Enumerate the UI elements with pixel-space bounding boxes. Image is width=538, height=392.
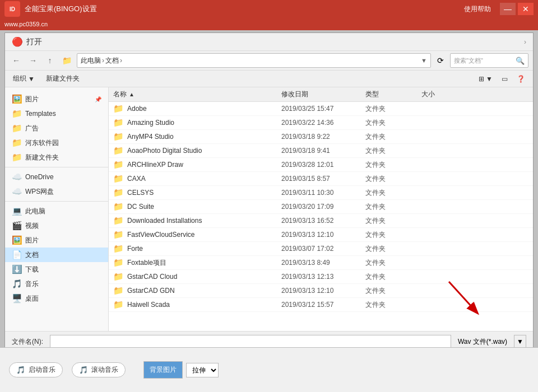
file-type-cell: 文件夹 [361,174,417,184]
table-row[interactable]: 📁 Downloaded Installations 2019/03/13 16… [109,214,533,228]
table-row[interactable]: 📁 Forte 2019/03/07 17:02 文件夹 [109,242,533,256]
column-size[interactable]: 大小 [417,90,462,99]
file-name-text: GstarCAD Cloud [127,273,177,281]
close-button[interactable]: ✕ [518,3,534,15]
file-name-cell: 📁 AoaoPhoto Digital Studio [109,146,277,156]
path-segment-2[interactable]: 文档 [105,56,119,66]
folder-icon: 📁 [113,132,124,142]
file-type-cell: 文件夹 [361,272,417,282]
search-icon[interactable]: 🔍 [516,57,525,65]
sidebar-item-templates[interactable]: 📁 Templates [5,106,108,121]
sidebar-item-pictures[interactable]: 🖼️ 图片 [5,233,108,248]
bg-image-controls: 背景图片 拉伸平铺居中填充 [143,361,219,379]
sidebar-item-this-pc[interactable]: 💻 此电脑 [5,204,108,218]
file-name-text: ARCHlineXP Draw [127,161,183,169]
sidebar-item-documents[interactable]: 📄 文档 [5,248,108,262]
bg-image-button[interactable]: 背景图片 [143,361,183,379]
file-date-cell: 2019/03/13 16:52 [277,217,361,225]
start-music-button[interactable]: 🎵 启动音乐 [9,362,63,377]
file-name-text: AoaoPhoto Digital Studio [127,147,202,155]
sidebar-item-label: 此电脑 [25,207,45,216]
file-name-cell: 📁 GstarCAD Cloud [109,272,277,282]
file-name-cell: 📁 Amazing Studio [109,118,277,128]
sidebar-item-label: 新建文件夹 [25,153,59,162]
sidebar-item-hedong[interactable]: 📁 河东软件园 [5,136,108,150]
up-button[interactable]: ↑ [43,54,57,67]
column-date[interactable]: 修改日期 [277,90,361,99]
sidebar-item-label: 广告 [25,124,39,133]
sidebar-item-music[interactable]: 🎵 音乐 [5,277,108,291]
back-button[interactable]: ← [10,54,23,67]
file-name-cell: 📁 FastViewCloudService [109,230,277,240]
column-type[interactable]: 类型 [361,90,417,99]
file-name-cell: 📁 DC Suite [109,202,277,212]
expand-button[interactable]: › [524,38,526,46]
table-row[interactable]: 📁 AoaoPhoto Digital Studio 2019/03/18 9:… [109,144,533,158]
view-list-button[interactable]: ▭ [498,74,511,84]
forward-button[interactable]: → [26,54,40,67]
table-row[interactable]: 📁 Haiwell Scada 2019/03/12 15:57 文件夹 [109,298,533,312]
file-name-text: Amazing Studio [127,119,174,127]
file-name-text: Adobe [127,105,147,113]
folder-icon: 📁 [113,202,124,212]
scroll-music-button[interactable]: 🎵 滚动音乐 [72,362,126,377]
filename-input[interactable] [50,335,451,348]
view-grid-button[interactable]: ⊞ ▼ [475,74,496,84]
sidebar-item-video[interactable]: 🎬 视频 [5,218,108,233]
sidebar-item-wps[interactable]: ☁️ WPS网盘 [5,184,108,199]
app-logo: ID [4,1,20,17]
table-row[interactable]: 📁 FastViewCloudService 2019/03/13 12:10 … [109,228,533,242]
table-row[interactable]: 📁 DC Suite 2019/03/20 17:09 文件夹 [109,200,533,214]
sidebar-item-desktop[interactable]: 🖥️ 桌面 [5,291,108,306]
sidebar-item-images[interactable]: 🖼️ 图片 📌 [5,92,108,106]
file-type-cell: 文件夹 [361,146,417,156]
table-row[interactable]: 📁 GstarCAD Cloud 2019/03/13 12:13 文件夹 [109,270,533,284]
organize-button[interactable]: 组织 ▼ [10,73,38,85]
file-date-cell: 2019/03/18 9:22 [277,133,361,141]
sidebar-item-label: Templates [25,110,56,118]
stretch-select[interactable]: 拉伸平铺居中填充 [186,363,219,377]
folder-icon: 📁 [113,104,124,114]
file-type-cell: 文件夹 [361,202,417,212]
minimize-button[interactable]: — [500,3,516,15]
help-button[interactable]: ❓ [513,74,528,84]
folder-icon-button[interactable]: 📁 [60,54,73,67]
sidebar-item-ad[interactable]: 📁 广告 [5,121,108,136]
table-row[interactable]: 📁 CELSYS 2019/03/11 10:30 文件夹 [109,186,533,200]
file-name-cell: 📁 CELSYS [109,188,277,198]
table-row[interactable]: 📁 GstarCAD GDN 2019/03/13 12:10 文件夹 [109,284,533,298]
this-pc-icon: 💻 [12,206,22,216]
new-folder-label: 新建文件夹 [46,74,80,83]
search-placeholder: 搜索"文档" [454,57,483,65]
table-row[interactable]: 📁 AnyMP4 Studio 2019/03/18 9:22 文件夹 [109,130,533,144]
sidebar-item-label: 文档 [25,250,39,260]
file-type-cell: 文件夹 [361,244,417,254]
table-row[interactable]: 📁 CAXA 2019/03/15 8:57 文件夹 [109,172,533,186]
file-type-cell: 文件夹 [361,230,417,240]
column-name[interactable]: 名称 ▲ [109,90,277,99]
file-name-cell: 📁 Forte [109,244,277,254]
new-folder-button[interactable]: 新建文件夹 [43,73,83,85]
sidebar-item-downloads[interactable]: ⬇️ 下载 [5,262,108,277]
refresh-button[interactable]: ⟳ [434,54,447,67]
table-row[interactable]: 📁 ARCHlineXP Draw 2019/03/28 12:01 文件夹 [109,158,533,172]
downloads-icon: ⬇️ [12,264,22,274]
help-link[interactable]: 使用帮助 [464,4,491,14]
file-type-cell: 文件夹 [361,258,417,268]
address-dropdown-icon[interactable]: ▼ [421,57,427,64]
table-row[interactable]: 📁 Amazing Studio 2019/03/22 14:36 文件夹 [109,116,533,130]
table-row[interactable]: 📁 Foxtable项目 2019/03/13 8:49 文件夹 [109,256,533,270]
sidebar-item-onedrive[interactable]: ☁️ OneDrive [5,170,108,184]
file-name-text: Forte [127,245,143,253]
dialog-title-text: 打开 [26,37,42,47]
address-bar[interactable]: 此电脑 › 文档 › ▼ [77,53,431,68]
sidebar-item-label: WPS网盘 [25,187,54,197]
templates-folder-icon: 📁 [12,109,22,119]
title-bar: ID 全能宝果(BINGO)设置 使用帮助 — ✕ [0,0,538,18]
filetype-dropdown-button[interactable]: ▼ [514,335,526,348]
sidebar-item-label: OneDrive [25,173,54,181]
table-row[interactable]: 📁 Adobe 2019/03/25 15:47 文件夹 [109,102,533,116]
bg-image-label: 背景图片 [150,365,177,375]
path-segment-1[interactable]: 此电脑 [81,56,101,66]
sidebar-item-new-folder[interactable]: 📁 新建文件夹 [5,150,108,165]
